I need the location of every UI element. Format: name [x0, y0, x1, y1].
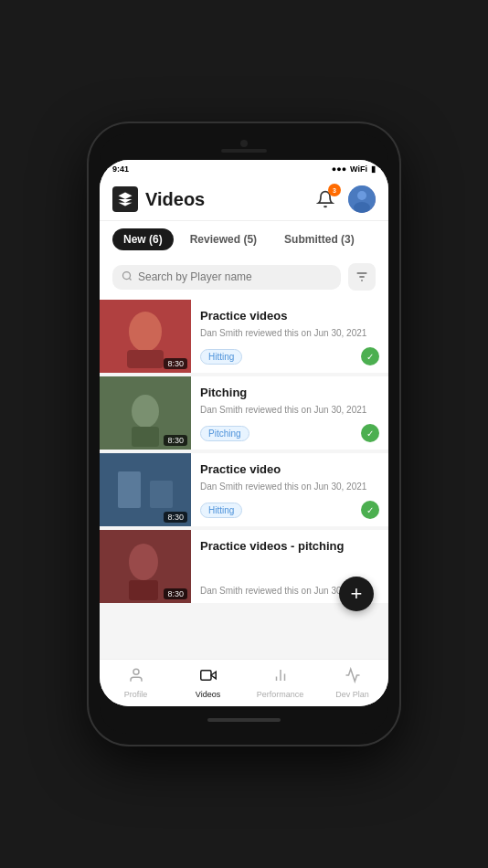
- phone-notch: [100, 134, 388, 160]
- tab-new[interactable]: New (6): [112, 228, 174, 250]
- tab-submitted[interactable]: Submitted (3): [273, 228, 366, 250]
- video-item[interactable]: 8:30 Pitching Dan Smith reviewed this on…: [100, 376, 388, 450]
- nav-label-performance: Performance: [257, 690, 304, 699]
- nav-label-videos: Videos: [196, 690, 220, 699]
- signal-icon: ●●●: [332, 164, 346, 174]
- reviewed-check-icon: ✓: [361, 347, 379, 365]
- svg-point-9: [129, 312, 162, 352]
- video-info: Pitching Dan Smith reviewed this on Jun …: [191, 376, 388, 450]
- nav-item-videos[interactable]: Videos: [172, 660, 244, 706]
- svg-point-2: [354, 202, 370, 213]
- video-reviewer: Dan Smith reviewed this on Jun 30, 2021: [200, 328, 379, 338]
- search-icon: [122, 270, 133, 284]
- tab-bar: New (6) Reviewed (5) Submitted (3): [100, 221, 388, 258]
- phone-frame: 9:41 ●●● WiFi ▮ Videos: [89, 123, 399, 745]
- videos-icon: [200, 667, 217, 688]
- filter-button[interactable]: [348, 263, 376, 291]
- nav-item-performance[interactable]: Performance: [244, 660, 316, 706]
- wifi-icon: WiFi: [350, 164, 367, 174]
- svg-rect-22: [200, 671, 210, 681]
- svg-rect-19: [129, 580, 158, 600]
- video-meta: Pitching ✓: [200, 424, 379, 442]
- video-meta: Hitting ✓: [200, 501, 379, 519]
- svg-rect-15: [118, 471, 141, 508]
- svg-point-20: [133, 669, 139, 674]
- devplan-icon: [345, 667, 361, 688]
- header-left: Videos: [112, 186, 205, 212]
- battery-icon: ▮: [371, 164, 376, 174]
- svg-point-18: [129, 544, 158, 580]
- reviewed-check-icon: ✓: [361, 424, 379, 442]
- logo-icon: [112, 186, 138, 212]
- video-title: Practice video: [200, 462, 379, 476]
- video-info: Practice video Dan Smith reviewed this o…: [191, 453, 388, 526]
- video-item[interactable]: 8:30 Practice videos Dan Smith reviewed …: [100, 300, 388, 373]
- nav-label-devplan: Dev Plan: [335, 690, 369, 699]
- video-list: 8:30 Practice videos Dan Smith reviewed …: [100, 300, 388, 659]
- svg-line-4: [129, 278, 131, 280]
- video-duration: 8:30: [164, 358, 187, 369]
- video-thumbnail: 8:30: [100, 453, 191, 526]
- home-indicator: [100, 706, 388, 734]
- reviewed-check-icon: ✓: [361, 501, 379, 519]
- app-header: Videos 3: [100, 178, 388, 221]
- add-video-button[interactable]: +: [339, 577, 374, 611]
- svg-rect-10: [127, 350, 164, 368]
- performance-icon: [272, 667, 289, 688]
- status-icons: ●●● WiFi ▮: [332, 164, 376, 174]
- svg-rect-13: [132, 427, 159, 447]
- svg-point-1: [357, 191, 366, 200]
- search-input-wrap: [112, 265, 341, 290]
- notifications-button[interactable]: 3: [312, 185, 339, 213]
- status-bar: 9:41 ●●● WiFi ▮: [100, 160, 388, 178]
- profile-icon: [128, 667, 144, 688]
- video-tag: Hitting: [200, 503, 242, 518]
- svg-marker-21: [211, 672, 216, 679]
- video-info: Practice videos Dan Smith reviewed this …: [191, 300, 388, 373]
- bottom-nav: Profile Videos: [100, 659, 388, 706]
- nav-label-profile: Profile: [124, 690, 148, 699]
- video-title: Pitching: [200, 386, 379, 399]
- nav-item-devplan[interactable]: Dev Plan: [316, 660, 388, 706]
- phone-speaker: [221, 149, 267, 153]
- notification-badge: 3: [328, 184, 341, 196]
- video-duration: 8:30: [164, 435, 187, 446]
- tab-reviewed[interactable]: Reviewed (5): [179, 228, 268, 250]
- page-title: Videos: [145, 189, 205, 210]
- user-avatar[interactable]: [348, 185, 376, 213]
- video-thumbnail: 8:30: [100, 300, 191, 373]
- video-title: Practice videos - pitching: [200, 539, 379, 553]
- header-right: 3: [312, 185, 376, 213]
- video-item[interactable]: 8:30 Practice video Dan Smith reviewed t…: [100, 453, 388, 526]
- video-tag: Pitching: [200, 426, 249, 441]
- video-reviewer: Dan Smith reviewed this on Jun 30, 2021: [200, 482, 379, 492]
- video-thumbnail: 8:30: [100, 530, 191, 603]
- phone-screen: 9:41 ●●● WiFi ▮ Videos: [100, 160, 388, 706]
- phone-camera: [240, 140, 248, 147]
- video-duration: 8:30: [164, 588, 187, 599]
- video-thumbnail: 8:30: [100, 376, 191, 450]
- search-input[interactable]: [138, 270, 332, 283]
- svg-rect-16: [150, 481, 173, 508]
- svg-point-12: [132, 395, 159, 428]
- svg-point-3: [123, 271, 131, 279]
- home-bar: [207, 718, 281, 722]
- video-duration: 8:30: [164, 512, 187, 523]
- search-bar: [100, 258, 388, 300]
- video-reviewer: Dan Smith reviewed this on Jun 30, 2021: [200, 405, 379, 415]
- add-icon: +: [351, 582, 363, 606]
- video-tag: Hitting: [200, 349, 242, 365]
- status-time: 9:41: [112, 164, 129, 174]
- nav-item-profile[interactable]: Profile: [100, 660, 172, 706]
- video-title: Practice videos: [200, 309, 379, 323]
- video-meta: Hitting ✓: [200, 347, 379, 365]
